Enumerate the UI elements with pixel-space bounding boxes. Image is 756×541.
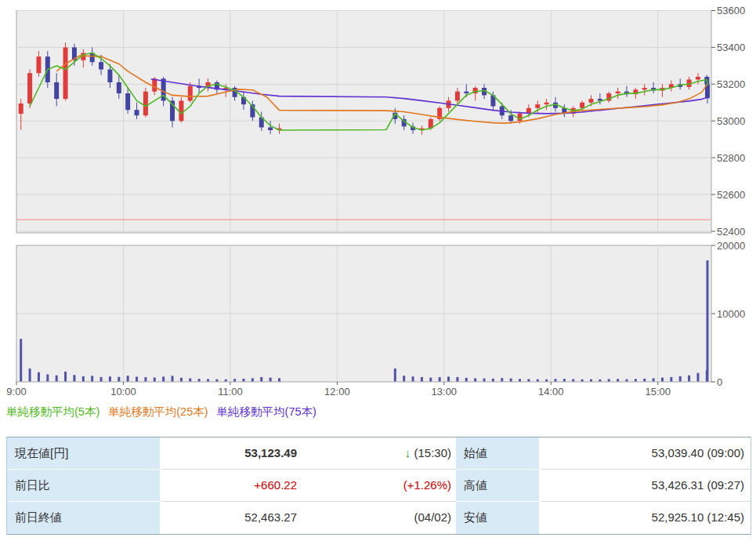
svg-text:53600: 53600 — [717, 5, 745, 16]
current-price-label: 現在値[円] — [7, 438, 161, 470]
prev-close-label: 前日終値 — [7, 502, 161, 534]
legend-ma75: 単純移動平均(75本) — [217, 405, 317, 418]
high-price-value: 53,426.31 (09:27) — [541, 470, 751, 502]
change-label: 前日比 — [7, 470, 161, 502]
svg-text:53000: 53000 — [717, 115, 745, 127]
svg-text:10000: 10000 — [717, 308, 745, 320]
chart-panels — [16, 11, 711, 383]
current-price-value: 53,123.49 — [161, 438, 306, 470]
svg-text:15:00: 15:00 — [645, 386, 671, 398]
ma-legend: 単純移動平均(5本) 単純移動平均(25本) 単純移動平均(75本) — [6, 405, 322, 419]
prev-close-value: 52,463.27 — [161, 502, 306, 534]
svg-text:53200: 53200 — [717, 78, 745, 90]
open-price-value: 53,039.40 (09:00) — [541, 438, 751, 470]
svg-text:13:00: 13:00 — [432, 386, 458, 398]
change-value: +660.22 — [161, 470, 306, 502]
svg-text:53400: 53400 — [717, 42, 745, 53]
svg-text:14:00: 14:00 — [538, 386, 564, 398]
svg-text:52800: 52800 — [717, 152, 745, 164]
svg-text:52400: 52400 — [717, 226, 745, 238]
prev-close-date: (04/02) — [306, 502, 456, 534]
svg-text:9:00: 9:00 — [6, 386, 26, 398]
intraday-chart-area: 5360053400532005300052800526005240020000… — [0, 0, 756, 401]
intraday-chart: 5360053400532005300052800526005240020000… — [0, 0, 756, 401]
legend-ma25: 単純移動平均(25本) — [108, 405, 208, 418]
legend-ma5: 単純移動平均(5本) — [6, 405, 99, 418]
change-percent: (+1.26%) — [306, 470, 456, 502]
current-price-time-cell: ↓ (15:30) — [306, 438, 456, 470]
high-price-label: 高値 — [456, 470, 541, 502]
down-arrow-icon: ↓ — [405, 446, 411, 459]
svg-text:11:00: 11:00 — [218, 386, 243, 398]
current-price-time: (15:30) — [414, 446, 451, 459]
svg-text:12:00: 12:00 — [324, 386, 350, 398]
open-price-label: 始値 — [456, 438, 541, 470]
low-price-value: 52,925.10 (12:45) — [541, 502, 751, 534]
svg-text:52600: 52600 — [717, 189, 745, 201]
svg-text:0: 0 — [717, 376, 722, 388]
svg-text:20000: 20000 — [717, 240, 745, 252]
quote-table: 現在値[円] 53,123.49 ↓ (15:30) 始値 53,039.40 … — [6, 437, 751, 535]
svg-text:10:00: 10:00 — [110, 386, 136, 398]
low-price-label: 安値 — [456, 502, 541, 534]
